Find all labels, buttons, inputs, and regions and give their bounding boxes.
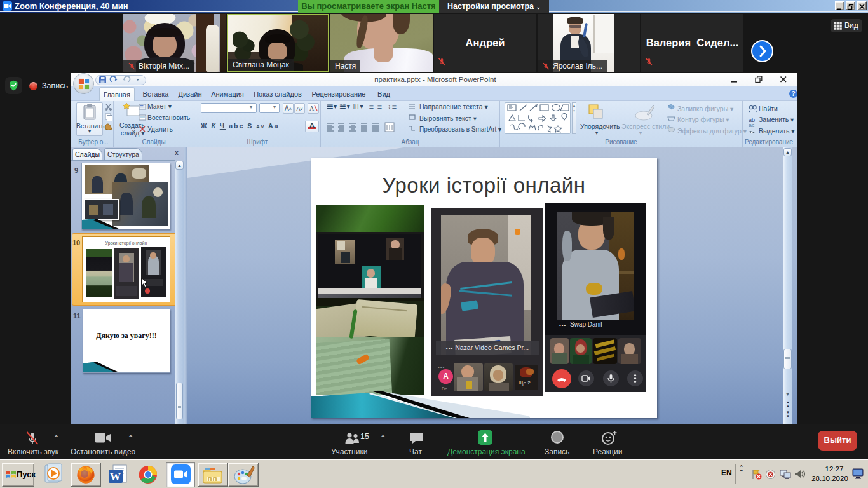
svg-text:A: A — [309, 105, 315, 112]
svg-text:ac: ac — [749, 122, 755, 128]
svg-text:W: W — [110, 471, 121, 483]
